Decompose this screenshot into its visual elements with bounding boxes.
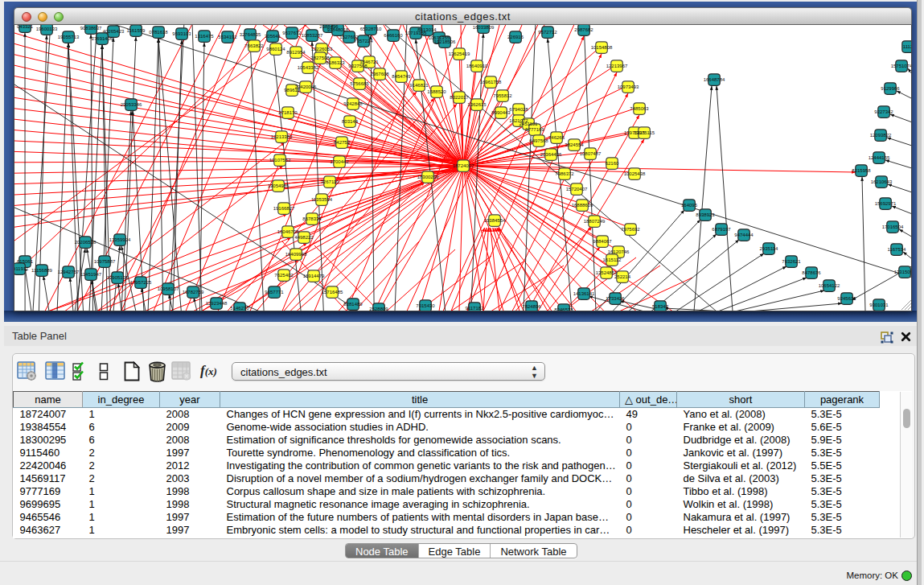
svg-text:803144: 803144 [342,119,359,124]
svg-text:10654122: 10654122 [819,283,840,288]
svg-text:7663822: 7663822 [244,43,264,48]
svg-text:8478676: 8478676 [802,270,821,275]
svg-text:1362615: 1362615 [467,102,487,107]
svg-text:0781618: 0781618 [149,30,168,35]
svg-text:12923448: 12923448 [206,301,228,306]
svg-text:19055713: 19055713 [58,35,80,39]
svg-text:7824896: 7824896 [522,304,541,309]
svg-text:13975115: 13975115 [634,130,655,135]
svg-text:16914479: 16914479 [303,274,325,278]
svg-text:5756685: 5756685 [350,81,369,86]
svg-text:10973493: 10973493 [618,84,639,89]
svg-text:043321: 043321 [17,25,34,29]
svg-text:5146270: 5146270 [230,306,249,311]
svg-text:7986372: 7986372 [555,171,574,176]
svg-text:16033809: 16033809 [473,25,495,30]
svg-text:12213967: 12213967 [606,64,628,68]
svg-text:2451101: 2451101 [519,122,539,126]
svg-text:19384554: 19384554 [484,218,506,223]
svg-text:9129966: 9129966 [881,86,900,91]
svg-text:11451947: 11451947 [80,272,102,277]
svg-text:8990443: 8990443 [491,110,511,115]
svg-text:4498222: 4498222 [294,235,314,240]
svg-text:17957225: 17957225 [130,280,152,285]
svg-text:29053346: 29053346 [121,102,142,107]
svg-text:16120746: 16120746 [608,249,630,254]
svg-text:615061: 615061 [17,259,34,264]
svg-text:8346578: 8346578 [554,307,573,311]
svg-text:16782759: 16782759 [183,290,204,295]
svg-text:17016504: 17016504 [882,225,904,229]
svg-text:9777169: 9777169 [525,127,544,132]
svg-text:20364436: 20364436 [540,152,562,157]
svg-text:11353594: 11353594 [311,197,333,202]
svg-text:746266: 746266 [548,135,565,140]
svg-text:8215958: 8215958 [852,168,871,173]
svg-text:90838637: 90838637 [80,26,102,31]
svg-text:16888609: 16888609 [572,203,593,208]
svg-text:8938923: 8938923 [696,212,715,217]
svg-text:1316475: 1316475 [195,34,214,39]
svg-text:9884067: 9884067 [593,239,612,244]
svg-text:17359924: 17359924 [109,237,131,242]
svg-text:8186323: 8186323 [326,60,345,65]
svg-text:10958107: 10958107 [158,286,179,291]
svg-text:7015430: 7015430 [416,303,435,308]
svg-text:32764835: 32764835 [240,32,261,37]
svg-text:6466160: 6466160 [384,33,403,38]
svg-text:12942757: 12942757 [58,270,80,274]
svg-text:10975887: 10975887 [94,259,116,264]
svg-text:15692971: 15692971 [875,201,897,206]
svg-text:989611: 989611 [284,88,300,93]
svg-text:6497568: 6497568 [529,138,548,143]
svg-text:3267110: 3267110 [321,179,340,184]
svg-text:8912954: 8912954 [286,50,306,55]
svg-text:2718170: 2718170 [278,110,298,115]
svg-text:2367608: 2367608 [370,72,389,76]
svg-text:7357224: 7357224 [354,39,373,43]
svg-text:226916: 226916 [507,35,524,39]
svg-text:8022017: 8022017 [450,95,469,100]
svg-text:7625402: 7625402 [274,273,294,278]
svg-text:9242848: 9242848 [343,101,363,106]
svg-text:9572712: 9572712 [538,30,557,35]
svg-text:15716485: 15716485 [322,290,343,295]
svg-text:19054985: 19054985 [268,183,290,188]
svg-text:9146821: 9146821 [409,83,429,88]
svg-text:12093822: 12093822 [870,133,892,138]
svg-text:1546721: 1546721 [359,60,379,64]
svg-text:10543382: 10543382 [298,65,319,70]
svg-text:18300295: 18300295 [417,175,439,179]
svg-text:9117182: 9117182 [466,306,485,311]
svg-text:15720407: 15720407 [566,187,588,192]
svg-text:7955812: 7955812 [493,93,512,98]
svg-text:2528809: 2528809 [369,307,388,311]
svg-text:10853287: 10853287 [302,33,323,38]
svg-text:16648784: 16648784 [704,77,725,82]
svg-text:19166827: 19166827 [273,206,295,211]
svg-text:1615112: 1615112 [603,257,622,262]
svg-text:16210643: 16210643 [871,179,893,184]
svg-text:12905135: 12905135 [107,275,129,280]
svg-text:5534192: 5534192 [218,35,237,39]
svg-text:40265423: 40265423 [103,29,125,34]
svg-text:305641: 305641 [265,34,281,39]
svg-text:9657771: 9657771 [265,290,284,295]
svg-text:10807487: 10807487 [580,151,602,156]
svg-text:7632621: 7632621 [782,259,801,264]
svg-text:20206528: 20206528 [75,240,97,245]
svg-text:1161559: 1161559 [127,28,146,33]
svg-text:65328710: 65328710 [360,27,382,31]
svg-text:15751074: 15751074 [891,64,912,68]
svg-text:9474444: 9474444 [734,233,754,237]
svg-text:13315098: 13315098 [894,270,912,274]
svg-text:12213383: 12213383 [271,134,293,139]
svg-text:16409948: 16409948 [285,252,307,257]
svg-text:7975692: 7975692 [621,227,640,232]
svg-text:9860124: 9860124 [266,47,285,51]
svg-text:19600133: 19600133 [36,27,58,31]
svg-text:9593103: 9593103 [172,31,191,36]
svg-text:8678334: 8678334 [302,216,322,221]
svg-text:62160: 62160 [606,161,619,166]
svg-text:1588520: 1588520 [427,89,446,94]
